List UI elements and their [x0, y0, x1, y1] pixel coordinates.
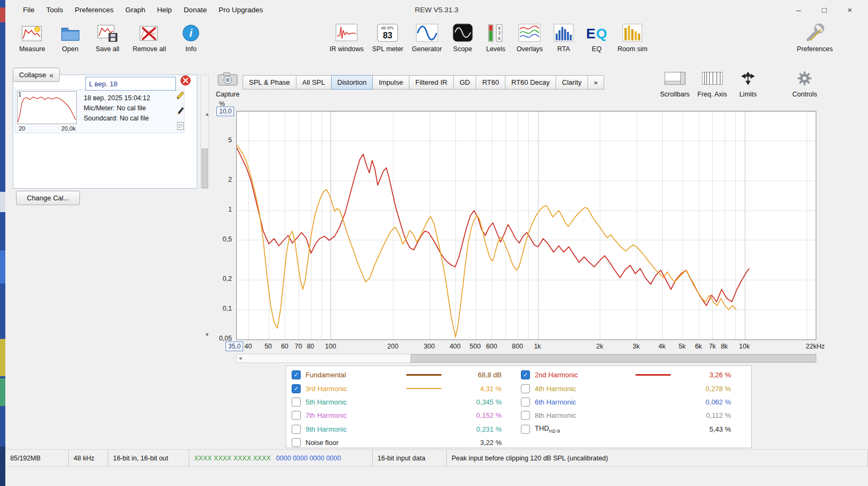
controls-button[interactable]: Controls — [792, 67, 817, 98]
y-tick-0-2: 0,2 — [211, 275, 232, 282]
info-button[interactable]: i Info — [179, 22, 203, 53]
legend-checkbox-9th-harmonic[interactable] — [292, 425, 301, 434]
legend-checkbox-7th-harmonic[interactable] — [292, 411, 301, 420]
legend-swatch — [626, 374, 680, 376]
collapse-panel-button[interactable]: Collapse « — [13, 68, 60, 82]
trace-colour-button[interactable] — [176, 91, 185, 101]
scroll-down-arrow[interactable]: ▼ — [205, 333, 210, 337]
chart-plot-area[interactable] — [236, 111, 816, 340]
measurement-number: 1 — [18, 91, 21, 98]
legend-checkbox-fundamental[interactable]: ✓ — [292, 370, 301, 379]
minimize-button[interactable]: – — [786, 0, 811, 20]
legend-label: 7th Harmonic — [301, 411, 397, 419]
change-cal-button[interactable]: Change Cal... — [16, 191, 80, 205]
legend-label: THDH2-9 — [530, 424, 626, 434]
levels-button[interactable]: 936 Levels — [484, 22, 508, 53]
legend-checkbox-3rd-harmonic[interactable]: ✓ — [292, 384, 301, 393]
x-tick-1k: 1k — [534, 343, 541, 350]
preferences-button[interactable]: Preferences — [797, 22, 833, 53]
y-tick-0-5: 0,5 — [211, 236, 232, 243]
measurement-name-input[interactable] — [85, 77, 176, 91]
tab-rt60[interactable]: RT60 — [476, 75, 505, 90]
legend-checkbox-5th-harmonic[interactable] — [292, 398, 301, 407]
menu-tools[interactable]: Tools — [41, 0, 69, 20]
desktop-icon-fragment — [0, 192, 5, 212]
measurement-row[interactable]: 1 20 20,0k 18 вер. 2025 15:04:12 Mic/Met… — [15, 90, 184, 133]
legend-checkbox-noise-floor[interactable] — [292, 438, 301, 447]
notes-button[interactable] — [176, 122, 185, 132]
remove-all-button[interactable]: Remove all — [133, 22, 166, 53]
x-tick-6k: 6k — [695, 343, 702, 350]
room-sim-button[interactable]: Room sim — [617, 22, 647, 53]
overlays-button[interactable]: Overlays — [517, 22, 543, 53]
menu-donate[interactable]: Donate — [178, 0, 213, 20]
edit-pencil-button[interactable] — [176, 106, 185, 117]
y-tick-0-05: 0,05 — [211, 335, 232, 342]
tabs-overflow-button[interactable]: » — [588, 75, 604, 90]
ir-windows-button[interactable]: IR windows — [329, 22, 364, 53]
thumb-axis-max: 20,0k — [61, 125, 76, 132]
generator-button[interactable]: Generator — [412, 22, 442, 53]
series-3rd-harmonic — [237, 145, 736, 337]
open-button[interactable]: Open — [58, 22, 83, 53]
eq-button[interactable]: EQ EQ — [584, 22, 609, 53]
scroll-up-arrow[interactable]: ▲ — [205, 112, 210, 117]
y-axis-max-field[interactable]: 10,0 — [216, 107, 234, 116]
tab-gd[interactable]: GD — [453, 75, 477, 90]
capture-button[interactable]: Capture — [212, 67, 243, 98]
y-tick-1: 1 — [211, 206, 232, 213]
save-all-button[interactable]: Save all — [95, 22, 120, 53]
legend-row-thd: THDH2-95,43 % — [521, 423, 731, 436]
menu-preferences[interactable]: Preferences — [69, 0, 119, 20]
rta-button[interactable]: RTA — [551, 22, 576, 53]
legend-checkbox-6th-harmonic[interactable] — [521, 398, 530, 407]
legend-value: 0,278 % — [680, 385, 731, 393]
x-axis-min-field[interactable]: 35,0 — [226, 342, 243, 351]
status-bar: 85/192MB48 kHz16-bit in, 16-bit outXXXX … — [5, 449, 868, 467]
measurement-soundcard-cal: Soundcard: No cal file — [84, 114, 150, 124]
tab-filtered-ir[interactable]: Filtered IR — [409, 75, 454, 90]
legend-value: 0,112 % — [680, 411, 731, 419]
tab-spl-phase[interactable]: SPL & Phase — [243, 75, 296, 90]
legend-row-noise-floor: Noise floor3,22 % — [292, 436, 502, 449]
eq-icon: EQ — [585, 22, 608, 44]
desktop-icon-fragment — [0, 7, 5, 22]
delete-measurement-button[interactable] — [180, 75, 191, 87]
spl-meter-button[interactable]: dB SPL83 SPL meter — [372, 22, 404, 53]
scope-button[interactable]: Scope — [451, 22, 475, 53]
tab-impulse[interactable]: Impulse — [372, 75, 409, 90]
legend-checkbox-4th-harmonic[interactable] — [521, 384, 530, 393]
svg-text:dB SPL: dB SPL — [381, 26, 395, 30]
menu-graph[interactable]: Graph — [119, 0, 151, 20]
collapse-chevrons-icon: « — [49, 71, 53, 79]
tab-distortion[interactable]: Distortion — [331, 75, 373, 90]
legend-swatch — [397, 388, 451, 390]
panel-scrollbar-thumb[interactable] — [202, 149, 208, 188]
menu-file[interactable]: File — [17, 0, 41, 20]
tab-rt60-decay[interactable]: RT60 Decay — [505, 75, 556, 90]
status-cell-5: Peak input before clipping 120 dB SPL (u… — [447, 450, 868, 466]
close-button[interactable]: × — [837, 0, 863, 20]
legend-checkbox-thd[interactable] — [521, 425, 530, 434]
chart-horizontal-scrollbar[interactable]: ◄ — [236, 354, 816, 363]
scrollbars-button[interactable]: Scrollbars — [660, 67, 690, 98]
freq-axis-button[interactable]: Freq. Axis — [697, 67, 727, 98]
legend-checkbox-2nd-harmonic[interactable]: ✓ — [521, 370, 530, 379]
chart-scrollbar-thumb[interactable] — [411, 354, 816, 362]
limits-button[interactable]: Limits — [736, 67, 760, 98]
menu-help[interactable]: Help — [151, 0, 178, 20]
scroll-left-arrow[interactable]: ◄ — [238, 355, 243, 361]
legend-checkbox-8th-harmonic[interactable] — [521, 411, 530, 420]
levels-icon: 936 — [486, 22, 505, 44]
legend-row-6th-harmonic: 6th Harmonic0,062 % — [521, 395, 731, 409]
tab-clarity[interactable]: Clarity — [556, 75, 588, 90]
y-tick-0-1: 0,1 — [211, 305, 232, 312]
measure-button[interactable]: Measure — [19, 22, 45, 53]
legend-column-left: ✓Fundamental68,8 dB✓3rd Harmonic4,31 %5t… — [292, 368, 502, 449]
maximize-button[interactable]: □ — [811, 0, 837, 20]
menu-pro-upgrades[interactable]: Pro Upgrades — [213, 0, 269, 20]
legend-value: 4,31 % — [451, 385, 502, 393]
tab-all-spl[interactable]: All SPL — [296, 75, 332, 90]
panel-scrollbar[interactable] — [200, 75, 209, 189]
window-controls: – □ × — [786, 0, 863, 20]
